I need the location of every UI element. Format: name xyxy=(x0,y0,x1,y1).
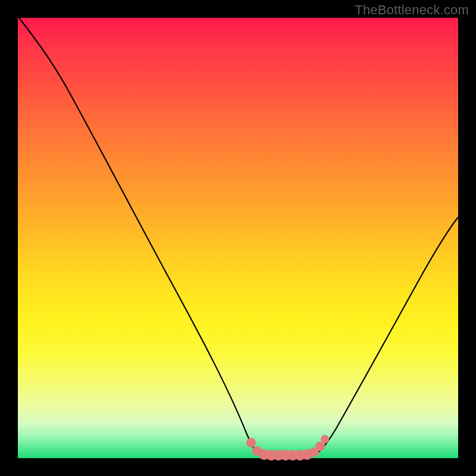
optimal-region-markers xyxy=(246,435,329,461)
curve-right-branch xyxy=(315,217,458,455)
watermark-text: TheBottleneck.com xyxy=(355,2,469,18)
curve-left-branch xyxy=(19,18,258,455)
svg-point-11 xyxy=(321,435,329,443)
svg-point-0 xyxy=(246,438,256,447)
curve-overlay xyxy=(18,18,458,458)
chart-frame: TheBottleneck.com xyxy=(0,0,476,476)
